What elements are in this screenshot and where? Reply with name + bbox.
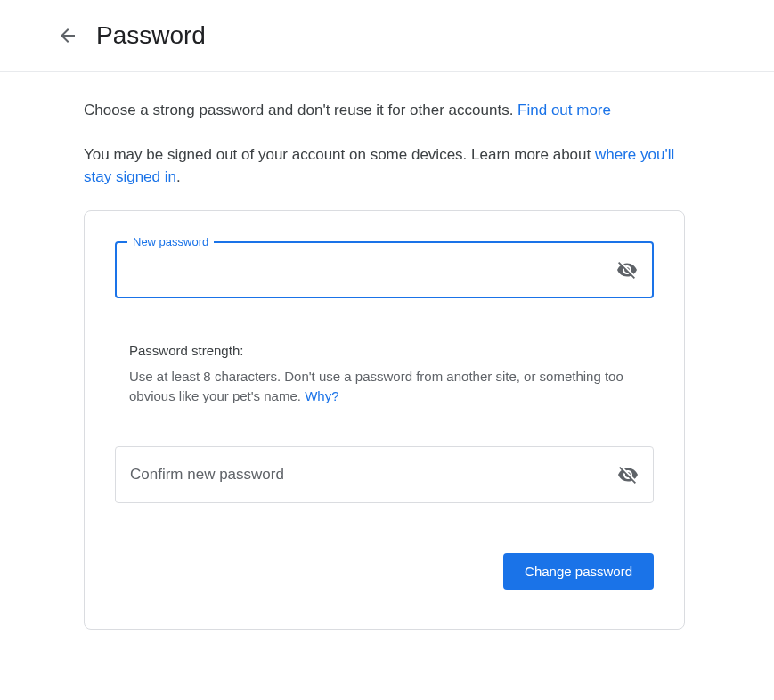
- visibility-off-icon[interactable]: [617, 464, 639, 485]
- password-strength-title: Password strength:: [129, 343, 654, 358]
- find-out-more-link[interactable]: Find out more: [517, 102, 611, 118]
- confirm-password-input[interactable]: [130, 466, 603, 484]
- password-strength-hint: Use at least 8 characters. Don't use a p…: [129, 367, 654, 407]
- intro-text-2-prefix: You may be signed out of your account on…: [84, 146, 595, 163]
- intro-paragraph-1: Choose a strong password and don't reuse…: [84, 99, 685, 122]
- page-title: Password: [96, 21, 206, 50]
- intro-paragraph-2: You may be signed out of your account on…: [84, 143, 685, 189]
- strength-hint-text: Use at least 8 characters. Don't use a p…: [129, 369, 623, 404]
- confirm-password-field-wrapper: [115, 446, 654, 503]
- visibility-off-icon[interactable]: [616, 259, 638, 281]
- back-arrow-icon[interactable]: [57, 25, 78, 46]
- new-password-input[interactable]: [131, 262, 602, 278]
- intro-text-2-suffix: .: [176, 168, 181, 185]
- password-form-card: New password Password strength: Use at l…: [84, 210, 685, 630]
- new-password-label: New password: [127, 235, 214, 248]
- password-strength-block: Password strength: Use at least 8 charac…: [115, 307, 654, 446]
- change-password-button[interactable]: Change password: [503, 553, 654, 590]
- intro-text-1: Choose a strong password and don't reuse…: [84, 102, 517, 118]
- new-password-field-wrapper: New password: [115, 241, 654, 298]
- why-link[interactable]: Why?: [305, 388, 338, 403]
- page-header: Password: [0, 0, 774, 72]
